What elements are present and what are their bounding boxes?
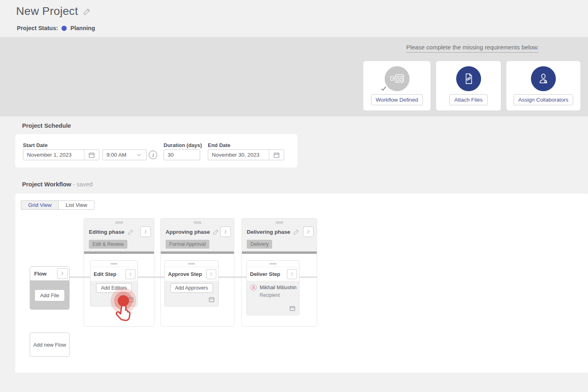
edit-title-pencil-icon[interactable] xyxy=(83,7,91,16)
add-new-flow-button[interactable]: Add new Flow xyxy=(30,333,70,357)
phase-title: Editing phase xyxy=(89,229,125,235)
start-date-label: Start Date xyxy=(23,142,47,148)
attach-files-button[interactable]: Attach Files xyxy=(449,94,488,105)
end-date-input[interactable]: November 30, 2023 xyxy=(208,149,284,160)
phase-expand-chevron-icon[interactable] xyxy=(140,227,151,237)
project-workflow-heading: Project Workflow - saved xyxy=(22,181,93,188)
phase-expand-chevron-icon[interactable] xyxy=(220,227,231,237)
step-body: Add Editors xyxy=(90,281,137,306)
attach-file-icon xyxy=(456,66,481,91)
start-date-calendar-icon[interactable] xyxy=(84,150,99,160)
step-expand-chevron-icon[interactable] xyxy=(287,269,297,279)
duration-input[interactable]: 30 xyxy=(164,149,200,160)
add-editors-button[interactable]: Add Editors xyxy=(96,283,132,293)
chevron-down-icon xyxy=(136,152,146,158)
assignee-avatar-icon xyxy=(250,284,257,291)
page-title: New Project xyxy=(16,5,78,18)
edit-phase-pencil-icon[interactable] xyxy=(213,229,219,235)
workflow-saved-note: - saved xyxy=(73,181,92,188)
assign-collaborators-button[interactable]: Assign Collaborators xyxy=(514,94,574,105)
workflow-heading-text: Project Workflow xyxy=(22,181,71,188)
workflow-panel: Grid View List View Flow Add File Editin… xyxy=(15,194,588,373)
step-expand-chevron-icon[interactable] xyxy=(206,269,216,279)
project-page: New Project Project Status: Planning Ple… xyxy=(0,0,588,392)
assignee-name: Mikhail Mitiushin xyxy=(260,285,297,290)
start-time-select[interactable]: 9:00 AM xyxy=(102,149,147,160)
duration-label: Duration (days) xyxy=(164,142,202,148)
checkmark-icon xyxy=(380,85,387,94)
step-title: Edit Step xyxy=(94,271,116,277)
step-drag-handle[interactable] xyxy=(165,261,218,267)
requirements-prompt: Please complete the missing requirements… xyxy=(406,44,539,53)
tab-grid-view[interactable]: Grid View xyxy=(21,200,58,210)
step-expand-chevron-icon[interactable] xyxy=(125,269,135,279)
phase-tag: Edit & Review xyxy=(89,240,127,249)
step-card-approve: Approve Step Add Approvers xyxy=(164,260,219,306)
step-card-deliver: Deliver Step Mikhail Mitiushin Recipient xyxy=(246,260,299,315)
step-calendar-icon[interactable] xyxy=(208,296,215,303)
assign-collaborators-icon xyxy=(531,66,556,91)
phase-tag: Formal Approval xyxy=(166,240,209,249)
workflow-defined-button[interactable]: Workflow Defined xyxy=(371,94,423,105)
start-date-input[interactable]: November 1, 2023 xyxy=(23,149,99,160)
tab-list-view[interactable]: List View xyxy=(58,200,94,210)
step-title: Deliver Step xyxy=(250,271,280,277)
requirement-card-assign-collaborators: Assign Collaborators xyxy=(506,61,580,110)
phase-drag-handle[interactable] xyxy=(276,222,283,224)
flow-header: Flow xyxy=(30,267,69,280)
step-body: Mikhail Mitiushin Recipient xyxy=(247,281,299,315)
assignee-role: Recipient xyxy=(260,292,296,298)
view-tabs: Grid View List View xyxy=(21,200,94,210)
edit-phase-pencil-icon[interactable] xyxy=(293,229,300,235)
phase-title: Delivering phase xyxy=(247,229,290,235)
step-title: Approve Step xyxy=(168,271,202,277)
project-status-value: Planning xyxy=(70,25,95,31)
duration-value: 30 xyxy=(164,152,174,158)
step-card-edit: Edit Step Add Editors xyxy=(90,260,138,306)
step-drag-handle[interactable] xyxy=(247,261,299,267)
edit-phase-pencil-icon[interactable] xyxy=(127,229,134,235)
start-time-value: 9:00 AM xyxy=(103,152,127,158)
step-body: Add Approvers xyxy=(165,281,218,306)
step-calendar-icon[interactable] xyxy=(289,305,296,312)
requirement-card-attach-files: Attach Files xyxy=(436,61,501,110)
project-schedule-heading: Project Schedule xyxy=(22,122,71,129)
project-schedule-card: Start Date Duration (days) End Date Nove… xyxy=(15,134,297,167)
step-calendar-icon[interactable] xyxy=(127,296,134,303)
flow-body: Add File xyxy=(30,280,69,310)
flow-expand-chevron-icon[interactable] xyxy=(57,268,68,279)
project-status-label: Project Status: xyxy=(17,25,58,31)
requirements-banner: Please complete the missing requirements… xyxy=(0,37,588,116)
status-dot xyxy=(61,26,67,31)
phase-tag: Delivery xyxy=(247,240,272,249)
requirement-cards: Workflow Defined Attach Files Assign Col… xyxy=(363,61,580,110)
workflow-icon xyxy=(385,66,410,91)
start-date-value: November 1, 2023 xyxy=(23,152,72,158)
phase-title: Approving phase xyxy=(166,229,210,235)
phase-expand-chevron-icon[interactable] xyxy=(303,227,313,237)
phase-drag-handle[interactable] xyxy=(115,222,123,224)
end-date-calendar-icon[interactable] xyxy=(269,150,284,160)
add-file-button[interactable]: Add File xyxy=(35,290,65,301)
end-date-value: November 30, 2023 xyxy=(208,152,260,158)
flow-node: Flow Add File xyxy=(30,266,70,310)
flow-title: Flow xyxy=(34,271,47,277)
step-drag-handle[interactable] xyxy=(90,261,137,267)
end-date-label: End Date xyxy=(208,142,230,148)
requirement-card-workflow: Workflow Defined xyxy=(363,61,430,110)
phase-drag-handle[interactable] xyxy=(194,222,201,224)
add-approvers-button[interactable]: Add Approvers xyxy=(170,283,213,293)
schedule-info-icon[interactable]: i xyxy=(149,151,157,159)
